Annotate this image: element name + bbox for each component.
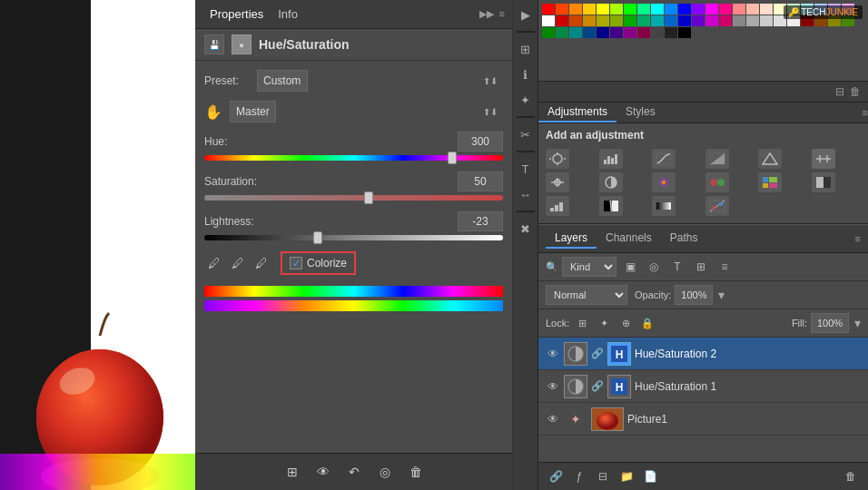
swatch[interactable] bbox=[556, 15, 568, 26]
swatch[interactable] bbox=[542, 15, 555, 26]
hue-sat-adj-icon[interactable] bbox=[812, 149, 835, 169]
kind-select[interactable]: Kind bbox=[562, 257, 616, 277]
swatch[interactable] bbox=[624, 4, 636, 15]
info-tool-btn[interactable]: ℹ bbox=[515, 64, 537, 85]
swatch[interactable] bbox=[719, 4, 732, 15]
swatch[interactable] bbox=[651, 15, 664, 26]
colorize-checkbox[interactable]: ✓ bbox=[290, 257, 302, 270]
new-group-btn[interactable]: 📁 bbox=[616, 466, 636, 486]
add-style-btn[interactable]: ƒ bbox=[569, 466, 589, 486]
kind-icon-4[interactable]: ⊞ bbox=[691, 258, 711, 276]
swatch[interactable] bbox=[692, 15, 705, 26]
kind-icon-1[interactable]: ▣ bbox=[620, 258, 640, 276]
tab-paths[interactable]: Paths bbox=[661, 229, 707, 249]
swatch[interactable] bbox=[665, 15, 677, 26]
swatch-red[interactable] bbox=[542, 4, 555, 15]
swatch[interactable] bbox=[597, 27, 609, 38]
color-lookup-adj-icon[interactable] bbox=[758, 172, 782, 192]
swatch[interactable] bbox=[624, 27, 636, 38]
swatch[interactable] bbox=[610, 15, 623, 26]
swatch[interactable] bbox=[556, 4, 568, 15]
swatch[interactable] bbox=[569, 27, 582, 38]
eyedropper-btn-2[interactable]: 🖊 bbox=[228, 253, 248, 273]
eyedropper-btn-1[interactable]: 🖊 bbox=[204, 253, 224, 273]
layer-visibility-icon[interactable]: 👁 bbox=[546, 412, 560, 426]
blend-mode-select[interactable]: Normal bbox=[546, 285, 627, 305]
view-btn[interactable]: 👁 bbox=[312, 461, 334, 483]
fill-input[interactable] bbox=[811, 313, 849, 333]
swatch[interactable] bbox=[651, 4, 664, 15]
swatch[interactable] bbox=[705, 4, 718, 15]
menu-icon[interactable]: ≡ bbox=[499, 8, 505, 20]
swatch[interactable] bbox=[746, 15, 759, 26]
lock-artboard-btn[interactable]: ⊕ bbox=[616, 315, 635, 331]
kind-icon-5[interactable]: ≡ bbox=[715, 258, 735, 276]
hue-value-input[interactable] bbox=[458, 132, 503, 152]
link-layers-btn[interactable]: 🔗 bbox=[546, 466, 566, 486]
kind-icon-3[interactable]: T bbox=[667, 258, 687, 276]
swatch[interactable] bbox=[692, 4, 705, 15]
swatch[interactable] bbox=[637, 4, 650, 15]
threshold-adj-icon[interactable] bbox=[599, 196, 623, 216]
delete-layer-btn[interactable]: 🗑 bbox=[841, 466, 861, 486]
type-tool-btn[interactable]: T bbox=[515, 158, 537, 180]
adjustments-menu-btn[interactable]: ≡ bbox=[863, 107, 868, 118]
swatch[interactable] bbox=[556, 27, 568, 38]
swatch[interactable] bbox=[610, 27, 623, 38]
swatch[interactable] bbox=[651, 27, 664, 38]
opacity-dropdown-arrow[interactable]: ▾ bbox=[718, 288, 725, 302]
play-tool-btn[interactable]: ▶ bbox=[515, 4, 537, 25]
swatch[interactable] bbox=[583, 27, 596, 38]
swatch[interactable] bbox=[678, 27, 691, 38]
swatch[interactable] bbox=[597, 4, 609, 15]
swatch[interactable] bbox=[583, 4, 596, 15]
layers-menu-btn[interactable]: ≡ bbox=[855, 233, 861, 244]
swatch[interactable] bbox=[678, 4, 691, 15]
opacity-input[interactable] bbox=[675, 285, 713, 305]
delete-adj-icon[interactable]: 🗑 bbox=[850, 85, 861, 98]
channel-select[interactable]: Master bbox=[230, 101, 276, 122]
swatch[interactable] bbox=[678, 15, 691, 26]
brightness-adj-icon[interactable] bbox=[546, 149, 569, 169]
tab-layers[interactable]: Layers bbox=[546, 229, 597, 249]
undo-btn[interactable]: ↶ bbox=[343, 461, 365, 483]
adjustments-tool-btn[interactable]: ⊞ bbox=[515, 38, 537, 60]
swatch[interactable] bbox=[760, 15, 773, 26]
swatch[interactable] bbox=[746, 4, 759, 15]
swatch[interactable] bbox=[583, 15, 596, 26]
new-layer-btn[interactable]: 📄 bbox=[640, 466, 660, 486]
swatch[interactable] bbox=[705, 15, 718, 26]
swatch[interactable] bbox=[665, 4, 677, 15]
fill-dropdown-arrow[interactable]: ▾ bbox=[854, 316, 861, 330]
swatch[interactable] bbox=[569, 4, 582, 15]
hue-thumb[interactable] bbox=[448, 152, 457, 164]
visibility-btn[interactable]: ◎ bbox=[374, 461, 396, 483]
transform-tool-btn[interactable]: ✖ bbox=[515, 218, 537, 240]
visibility-icon-btn[interactable]: ● bbox=[232, 34, 252, 54]
brush-tool-btn[interactable]: ✦ bbox=[515, 89, 537, 111]
exposure-adj-icon[interactable] bbox=[705, 149, 729, 169]
swatch[interactable] bbox=[733, 15, 745, 26]
preset-select[interactable]: Custom bbox=[257, 70, 308, 92]
layer-item[interactable]: 👁 ✦ Picture1 bbox=[538, 403, 868, 436]
gradient-map-adj-icon[interactable] bbox=[652, 196, 676, 216]
saturation-track[interactable] bbox=[204, 195, 503, 201]
saturation-thumb[interactable] bbox=[364, 191, 373, 204]
lock-position-btn[interactable]: ✦ bbox=[595, 315, 613, 331]
vibrance-adj-icon[interactable] bbox=[758, 149, 782, 169]
crop-tool-btn[interactable]: ✂ bbox=[515, 123, 537, 145]
swatch[interactable] bbox=[610, 4, 623, 15]
add-mask-btn[interactable]: ⊟ bbox=[593, 466, 613, 486]
lightness-track[interactable] bbox=[204, 235, 503, 240]
bw-adj-icon[interactable] bbox=[599, 172, 623, 192]
swatch[interactable] bbox=[569, 15, 582, 26]
swatch[interactable] bbox=[542, 27, 555, 38]
move-tool-btn[interactable]: ↔ bbox=[515, 183, 537, 205]
lock-all-btn[interactable]: 🔒 bbox=[638, 315, 656, 331]
layer-item[interactable]: 👁 🔗 H Hue/Saturation 1 bbox=[538, 370, 868, 403]
swatch[interactable] bbox=[637, 27, 650, 38]
colorize-checkbox-area[interactable]: ✓ Colorize bbox=[281, 251, 356, 275]
save-icon-btn[interactable]: 💾 bbox=[204, 34, 224, 54]
swatch[interactable] bbox=[637, 15, 650, 26]
photo-filter-adj-icon[interactable] bbox=[652, 172, 676, 192]
